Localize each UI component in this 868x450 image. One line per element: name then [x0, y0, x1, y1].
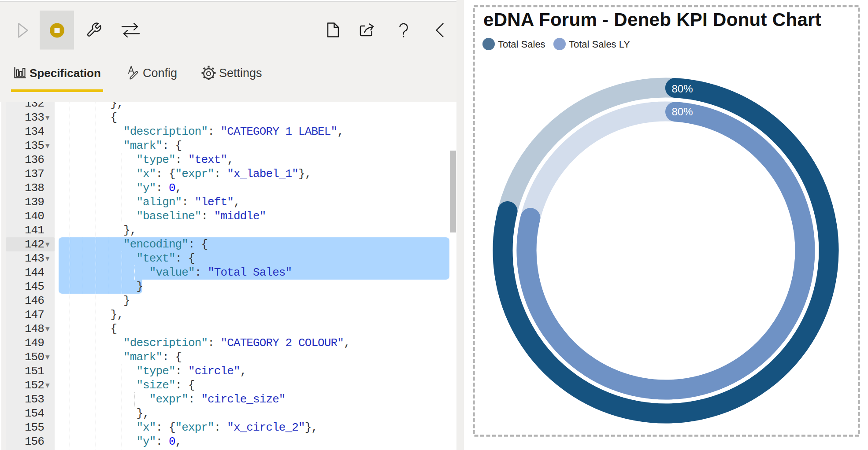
svg-text:80%: 80% [672, 106, 693, 118]
svg-text:80%: 80% [672, 83, 693, 95]
